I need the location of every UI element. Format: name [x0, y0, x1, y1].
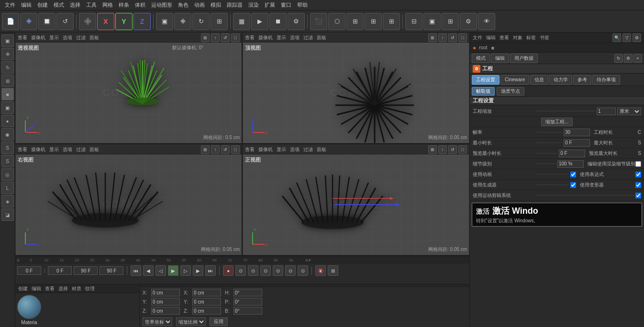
mat-menu-tex[interactable]: 纹理: [85, 285, 95, 292]
coord-x-input[interactable]: [151, 289, 180, 296]
tab-edit[interactable]: 编辑: [491, 54, 509, 63]
material-item[interactable]: Materia: [17, 295, 41, 325]
view-btn2[interactable]: ▶: [251, 13, 268, 30]
prop-prevmintime-input[interactable]: [559, 150, 585, 157]
tl-next-key[interactable]: ▷: [180, 265, 191, 276]
move-tool[interactable]: ✙: [174, 13, 191, 30]
vp-br-btn4[interactable]: □: [458, 145, 467, 154]
menu-extend[interactable]: 扩展: [262, 1, 278, 9]
split-h-btn[interactable]: ⊟: [405, 13, 422, 30]
vp-tl-btn2[interactable]: ↑: [211, 33, 220, 42]
menu-mode[interactable]: 模式: [51, 1, 67, 9]
coord-system-select[interactable]: 世界坐标: [143, 317, 172, 326]
rp-menu-tag[interactable]: 标签: [526, 34, 536, 41]
tl-play[interactable]: ▶: [168, 265, 178, 276]
prop-scale-input[interactable]: [597, 108, 616, 115]
menu-tools[interactable]: 工具: [83, 1, 100, 9]
prop-scale-project-btn[interactable]: 缩放工程...: [541, 118, 573, 126]
sidebar-knife[interactable]: S: [1, 142, 14, 154]
lattice-btn[interactable]: ⊞: [346, 13, 364, 30]
vp-tl-btn4[interactable]: □: [231, 33, 240, 42]
menu-edit[interactable]: 编辑: [18, 1, 34, 9]
viewport-top-canvas[interactable]: 顶视图 CG模型主: [243, 43, 469, 143]
mat-menu-select[interactable]: 选择: [58, 285, 68, 292]
tl-next-frame[interactable]: ▶: [193, 265, 203, 276]
vp-bl-btn4[interactable]: □: [231, 145, 240, 154]
view-btn3[interactable]: ⏹: [269, 13, 287, 30]
tab-userdata[interactable]: 用户数据: [510, 54, 538, 63]
tab-reference[interactable]: 参考: [573, 75, 591, 85]
vp-menu-show-tr[interactable]: 显示: [277, 34, 286, 41]
vp-menu-view-br[interactable]: 查看: [245, 146, 255, 153]
tl-key2[interactable]: ⊙: [248, 265, 258, 276]
view-btn1[interactable]: ▦: [233, 13, 250, 30]
prop-usemcc-check[interactable]: [635, 193, 641, 198]
tl-key1[interactable]: ⊙: [235, 265, 246, 276]
btn-plus[interactable]: ✙: [79, 13, 96, 30]
coord-h-input[interactable]: [233, 289, 262, 296]
coord-b-input[interactable]: [233, 307, 262, 315]
vp-menu-panel-br[interactable]: 面板: [317, 146, 326, 153]
rp-search[interactable]: 🔍: [612, 33, 621, 42]
viewport-right-canvas[interactable]: 右视图 CG模型主: [16, 154, 242, 255]
array-btn[interactable]: ⊞: [365, 13, 382, 30]
prop-mintime-input[interactable]: [564, 139, 590, 147]
mat-menu-view[interactable]: 查看: [45, 285, 55, 292]
btn-x[interactable]: X: [97, 13, 114, 30]
tl-mute[interactable]: 🔇: [315, 265, 326, 276]
select-tool[interactable]: ▣: [156, 13, 173, 30]
menu-render[interactable]: 渲染: [245, 1, 262, 9]
coord-y-input[interactable]: [151, 298, 180, 305]
new-btn[interactable]: 📄: [2, 13, 19, 30]
sidebar-s2[interactable]: S: [1, 155, 14, 167]
prop-usegen-check[interactable]: [570, 182, 576, 188]
tab-cineware[interactable]: Cineware: [500, 75, 529, 85]
tab-info[interactable]: 信息: [530, 75, 548, 85]
tl-extra[interactable]: ⊞: [328, 265, 338, 276]
sidebar-cam[interactable]: L: [1, 182, 14, 194]
tab-todo[interactable]: 待办事项: [592, 75, 620, 85]
geo-btn[interactable]: ⊞: [383, 13, 400, 30]
vp-menu-show-bl[interactable]: 显示: [49, 146, 59, 153]
vp-tl-btn3[interactable]: ↺: [221, 33, 230, 42]
vp-menu-opt-bl[interactable]: 选项: [63, 146, 72, 153]
vp-menu-filter-br[interactable]: 过滤: [303, 146, 313, 153]
sidebar-anim[interactable]: ◎: [1, 168, 14, 181]
vp-menu-view-bl[interactable]: 查看: [18, 146, 27, 153]
timeline-end-frame[interactable]: [74, 266, 98, 275]
tl-goto-start[interactable]: ⏮: [131, 265, 141, 276]
vp-bl-btn2[interactable]: ↑: [211, 145, 220, 154]
vp-menu-filter-bl[interactable]: 过滤: [76, 146, 86, 153]
vp-menu-opt-br[interactable]: 选项: [290, 146, 300, 153]
rp-filter[interactable]: ▽: [622, 33, 631, 42]
vp-menu-panel-tl1[interactable]: 面板: [89, 34, 99, 41]
vp-menu-show-tl1[interactable]: 显示: [49, 34, 59, 41]
subtab-scene[interactable]: 场景节点: [497, 87, 524, 96]
mat-menu-create[interactable]: 创建: [18, 285, 28, 292]
menu-animate[interactable]: 动画: [191, 1, 208, 9]
material-swatch[interactable]: [17, 295, 41, 319]
timeline-current-frame[interactable]: [17, 266, 41, 275]
extra-btn2[interactable]: 👁: [478, 13, 495, 30]
sidebar-rotate[interactable]: ↻: [1, 61, 14, 74]
vp-tr-btn4[interactable]: □: [458, 33, 467, 42]
vp-menu-panel-bl[interactable]: 面板: [89, 146, 99, 153]
tl-prev-key[interactable]: ◁: [155, 265, 166, 276]
vp-tr-btn3[interactable]: ↺: [448, 33, 457, 42]
menu-create[interactable]: 创建: [34, 1, 51, 9]
tl-key4[interactable]: ⊙: [273, 265, 283, 276]
tl-prev-frame[interactable]: ◀: [143, 265, 154, 276]
vp-tl-btn1[interactable]: ⊞: [201, 33, 210, 42]
btn-z[interactable]: Z: [133, 13, 151, 30]
coord-p-input[interactable]: [233, 298, 262, 305]
vp-br-btn1[interactable]: ⊞: [428, 145, 437, 154]
vp-menu-filter-tl1[interactable]: 过滤: [76, 34, 86, 41]
menu-file[interactable]: 文件: [2, 1, 18, 9]
rp-extra3[interactable]: ×: [633, 54, 642, 63]
menu-window[interactable]: 窗口: [278, 1, 294, 9]
sidebar-obj[interactable]: ◉: [1, 128, 14, 141]
prop-lod-input[interactable]: [557, 160, 584, 168]
rp-menu-view[interactable]: 查看: [500, 34, 509, 41]
vp-tr-btn1[interactable]: ⊞: [428, 33, 437, 42]
sidebar-sculpt[interactable]: ◪: [1, 208, 14, 221]
